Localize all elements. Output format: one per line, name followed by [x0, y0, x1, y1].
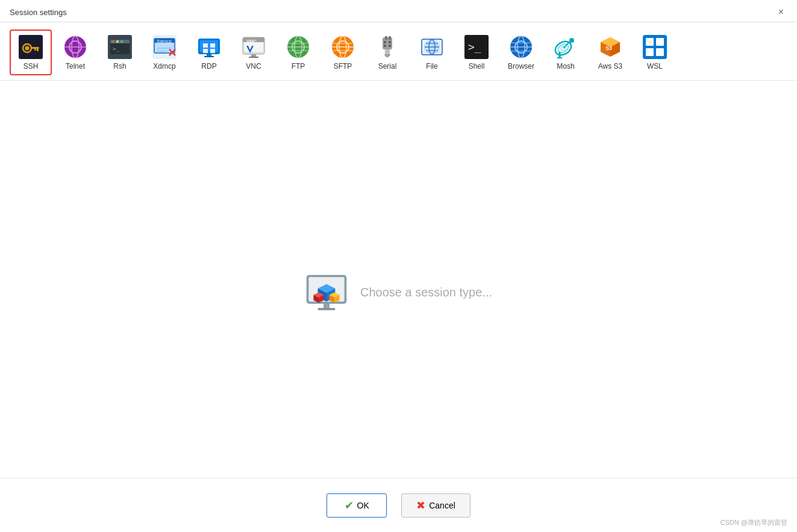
session-type-file[interactable]: File	[411, 30, 453, 75]
rsh-icon: >_	[107, 34, 133, 60]
svg-rect-39	[249, 57, 258, 58]
svg-point-55	[384, 41, 386, 43]
svg-rect-30	[210, 43, 215, 48]
browser-icon	[508, 34, 534, 60]
svg-point-57	[384, 45, 386, 47]
shell-icon: >_	[464, 34, 489, 60]
title-bar: Session settings ×	[0, 0, 797, 22]
svg-rect-89	[656, 38, 664, 46]
svg-point-13	[112, 40, 114, 43]
svg-rect-3	[31, 47, 39, 49]
xdmcp-label: Xdmcp	[153, 62, 175, 70]
svg-marker-60	[384, 54, 391, 58]
session-type-awss3[interactable]: S3 Aws S3	[589, 30, 631, 75]
telnet-label: Telnet	[66, 62, 85, 70]
ftp-icon	[286, 34, 311, 60]
wsl-icon	[642, 34, 667, 60]
session-type-ftp[interactable]: FTP	[277, 30, 319, 75]
svg-rect-4	[37, 49, 39, 51]
svg-rect-94	[323, 303, 330, 308]
shell-label: Shell	[469, 62, 485, 70]
ssh-label: SSH	[23, 62, 39, 70]
session-type-rsh[interactable]: >_ Rsh	[99, 30, 141, 75]
svg-text:>_: >_	[113, 46, 119, 52]
svg-rect-29	[203, 43, 208, 48]
mosh-label: Mosh	[557, 62, 574, 70]
rsh-label: Rsh	[113, 62, 126, 70]
vnc-icon: VNC	[241, 34, 266, 60]
serial-icon	[375, 34, 400, 60]
ok-check-icon: ✔	[345, 499, 354, 512]
svg-text:S3: S3	[605, 45, 612, 51]
session-type-vnc[interactable]: VNC VNC	[233, 30, 275, 75]
session-type-shell[interactable]: >_ Shell	[455, 30, 498, 75]
sftp-label: SFTP	[334, 62, 352, 70]
telnet-icon	[63, 34, 88, 60]
ssh-icon	[18, 34, 43, 60]
svg-rect-54	[389, 36, 391, 40]
awss3-label: Aws S3	[598, 62, 622, 70]
session-type-rdp[interactable]: RDP	[188, 30, 230, 75]
svg-rect-28	[204, 56, 214, 57]
session-type-xdmcp[interactable]: Xdmcp Xdmcp	[143, 30, 186, 75]
session-type-serial[interactable]: Serial	[366, 30, 408, 75]
wsl-label: WSL	[647, 62, 663, 70]
svg-point-58	[389, 45, 391, 47]
monitor-icon	[305, 271, 348, 315]
xdmcp-icon: Xdmcp	[152, 34, 177, 60]
main-content-area: Choose a session type...	[0, 81, 797, 504]
svg-rect-95	[318, 308, 336, 310]
svg-point-2	[25, 46, 30, 51]
svg-rect-88	[646, 38, 654, 46]
dialog-title: Session settings	[10, 8, 67, 17]
ok-label: OK	[357, 501, 369, 510]
svg-rect-38	[251, 54, 256, 57]
file-icon	[419, 34, 445, 60]
ftp-label: FTP	[292, 62, 305, 70]
browser-label: Browser	[508, 62, 534, 70]
cancel-button[interactable]: ✖ Cancel	[401, 493, 470, 518]
session-type-ssh[interactable]: SSH	[10, 30, 52, 75]
session-icons-bar: SSH Telnet >_ Rsh	[0, 22, 797, 81]
rdp-icon	[196, 34, 222, 60]
svg-text:>_: >_	[468, 40, 481, 53]
svg-rect-26	[200, 40, 218, 52]
session-type-wsl[interactable]: WSL	[634, 30, 676, 75]
session-type-telnet[interactable]: Telnet	[54, 30, 96, 75]
session-type-sftp[interactable]: SFTP	[322, 30, 364, 75]
svg-rect-53	[385, 36, 387, 40]
cancel-label: Cancel	[429, 501, 455, 510]
ok-button[interactable]: ✔ OK	[327, 493, 387, 518]
placeholder-text: Choose a session type...	[360, 286, 492, 299]
svg-point-56	[389, 41, 391, 43]
watermark: CSDN @弹彷琴的雷登	[720, 518, 787, 527]
svg-text:Xdmcp: Xdmcp	[157, 39, 172, 44]
svg-rect-31	[203, 49, 208, 53]
svg-rect-5	[34, 49, 36, 51]
svg-point-15	[120, 40, 123, 43]
svg-rect-90	[646, 48, 654, 56]
awss3-icon: S3	[598, 34, 623, 60]
close-button[interactable]: ×	[775, 6, 787, 18]
svg-rect-91	[656, 48, 664, 56]
svg-text:VNC: VNC	[246, 39, 257, 44]
placeholder-area: Choose a session type...	[305, 271, 492, 315]
svg-point-79	[569, 38, 574, 43]
mosh-icon	[553, 34, 578, 60]
session-type-browser[interactable]: Browser	[500, 30, 542, 75]
rdp-label: RDP	[201, 62, 216, 70]
svg-rect-32	[210, 49, 215, 53]
serial-label: Serial	[378, 62, 397, 70]
svg-point-14	[116, 40, 119, 43]
sftp-icon	[330, 34, 355, 60]
file-label: File	[426, 62, 437, 70]
bottom-bar: ✔ OK ✖ Cancel	[0, 478, 797, 532]
cancel-x-icon: ✖	[416, 499, 425, 512]
session-type-mosh[interactable]: Mosh	[545, 30, 587, 75]
vnc-label: VNC	[246, 62, 261, 70]
